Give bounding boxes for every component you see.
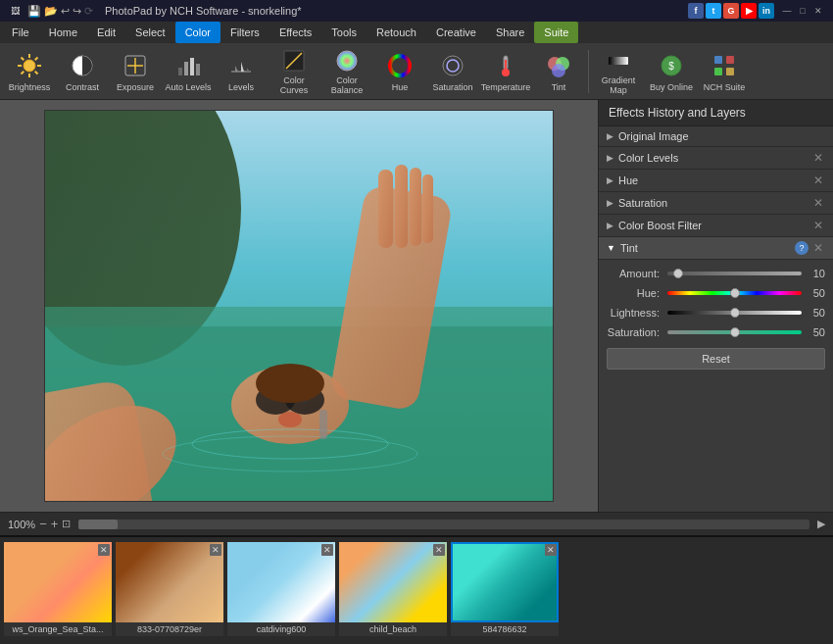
toolbar: BrightnessContrastExposureAuto LevelsLev… — [0, 43, 833, 100]
saturation-label: Saturation — [432, 83, 472, 93]
menubar-item-edit[interactable]: Edit — [87, 22, 125, 43]
filmstrip-item-0[interactable]: ✕ws_Orange_Sea_Sta... — [4, 542, 112, 640]
titlebar-right: f t G ▶ in — □ ✕ — [688, 3, 825, 19]
lightness-slider[interactable] — [667, 311, 802, 315]
effect-row-saturation[interactable]: ▶ Saturation ✕ — [599, 192, 833, 215]
zoom-level: 100% — [8, 519, 35, 530]
google-icon[interactable]: G — [723, 3, 739, 19]
menubar-item-home[interactable]: Home — [39, 22, 87, 43]
filmstrip-close-2[interactable]: ✕ — [321, 544, 333, 556]
minimize-button[interactable]: — — [780, 4, 794, 18]
effect-row-colorlevels[interactable]: ▶ Color Levels ✕ — [599, 147, 833, 170]
filmstrip-item-2[interactable]: ✕catdiving600 — [227, 542, 335, 640]
saturation-row: Saturation: 50 — [607, 326, 825, 338]
scroll-right-icon[interactable]: ▶ — [817, 518, 825, 530]
toolbar-btn-exposure[interactable]: Exposure — [110, 46, 161, 97]
svg-rect-14 — [184, 62, 188, 75]
menubar-item-select[interactable]: Select — [125, 22, 175, 43]
svg-marker-19 — [241, 62, 244, 72]
toolbar-btn-color-balance[interactable]: Color Balance — [321, 46, 372, 97]
lightness-thumb[interactable] — [730, 308, 740, 318]
effect-remove[interactable]: ✕ — [811, 219, 825, 232]
effect-row-original[interactable]: ▶ Original Image — [599, 126, 833, 147]
filmstrip-close-3[interactable]: ✕ — [433, 544, 445, 556]
titlebar-title: PhotoPad by NCH Software - snorkeling* — [105, 5, 302, 17]
scroll-thumb[interactable] — [78, 520, 118, 529]
right-panel: Effects History and Layers ▶ Original Im… — [598, 100, 833, 512]
effect-row-colorboost[interactable]: ▶ Color Boost Filter ✕ — [599, 215, 833, 237]
toolbar-btn-hue[interactable]: Hue — [374, 46, 425, 97]
lightness-label: Lightness: — [607, 307, 667, 319]
svg-point-31 — [552, 64, 565, 77]
saturation-slider[interactable] — [667, 330, 802, 334]
amount-thumb[interactable] — [673, 269, 683, 278]
toolbar-btn-temperature[interactable]: Temperature — [480, 46, 531, 97]
effect-row-tint[interactable]: ▼ Tint ? ✕ — [599, 237, 833, 260]
filmstrip-thumb-2 — [227, 542, 335, 622]
main-area: Effects History and Layers ▶ Original Im… — [0, 100, 833, 512]
toolbar-btn-contrast[interactable]: Contrast — [57, 46, 108, 97]
fit-button[interactable]: ⊡ — [62, 518, 71, 530]
amount-label: Amount: — [607, 268, 667, 279]
toolbar-btn-nch-suite[interactable]: NCH Suite — [699, 46, 750, 97]
facebook-icon[interactable]: f — [688, 3, 704, 19]
nch-suite-icon — [709, 50, 740, 81]
menubar-item-file[interactable]: File — [2, 22, 39, 43]
filmstrip-close-0[interactable]: ✕ — [98, 544, 110, 556]
menubar-item-tools[interactable]: Tools — [321, 22, 367, 43]
filmstrip-item-3[interactable]: ✕child_beach — [339, 542, 447, 640]
temperature-icon — [490, 50, 521, 81]
color-curves-label: Color Curves — [270, 76, 318, 96]
zoom-plus-button[interactable]: + — [51, 517, 59, 531]
twitter-icon[interactable]: t — [706, 3, 721, 19]
toolbar-btn-color-curves[interactable]: Color Curves — [269, 46, 319, 97]
filmstrip-close-1[interactable]: ✕ — [210, 544, 221, 556]
color-balance-icon — [331, 47, 363, 74]
effect-remove[interactable]: ✕ — [811, 196, 825, 210]
hue-slider[interactable] — [667, 291, 802, 295]
saturation-thumb[interactable] — [730, 327, 740, 337]
svg-rect-13 — [178, 68, 182, 75]
linkedin-icon[interactable]: in — [759, 3, 774, 19]
tint-help-icon[interactable]: ? — [795, 241, 808, 255]
temperature-label: Temperature — [481, 83, 531, 93]
toolbar-btn-tint[interactable]: Tint — [533, 46, 584, 97]
reset-button[interactable]: Reset — [607, 348, 825, 370]
menubar-item-share[interactable]: Share — [486, 22, 534, 43]
menubar-item-retouch[interactable]: Retouch — [367, 22, 426, 43]
svg-rect-16 — [196, 64, 200, 75]
quicksave-icon[interactable]: 💾 📂 ↩ ↪ ⟳ — [27, 5, 93, 18]
lightness-value: 50 — [802, 307, 825, 319]
toolbar-btn-saturation[interactable]: Saturation — [427, 46, 478, 97]
toolbar-btn-gradient-map[interactable]: Gradient Map — [593, 46, 644, 97]
toolbar-btn-brightness[interactable]: Brightness — [4, 46, 55, 97]
filmstrip-item-1[interactable]: ✕833-07708729er — [116, 542, 223, 640]
toolbar-btn-buy-online[interactable]: $Buy Online — [646, 46, 697, 97]
menubar-item-suite[interactable]: Suite — [534, 22, 578, 43]
effect-name: Tint — [620, 242, 795, 254]
statusbar: 100% − + ⊡ ▶ — [0, 512, 833, 536]
tint-icons: ? ✕ — [795, 241, 825, 255]
filmstrip-item-4[interactable]: ✕584786632 — [451, 542, 559, 640]
menubar-item-color[interactable]: Color — [175, 22, 220, 43]
canvas-area[interactable] — [0, 100, 598, 512]
close-button[interactable]: ✕ — [811, 4, 825, 18]
filmstrip-close-4[interactable]: ✕ — [545, 544, 557, 556]
zoom-minus-button[interactable]: − — [39, 517, 47, 531]
maximize-button[interactable]: □ — [796, 4, 809, 18]
toolbar-btn-levels[interactable]: Levels — [216, 46, 267, 97]
effect-remove[interactable]: ✕ — [811, 173, 825, 187]
menubar-item-filters[interactable]: Filters — [220, 22, 270, 43]
youtube-icon[interactable]: ▶ — [741, 3, 757, 19]
amount-slider[interactable] — [667, 272, 802, 275]
effect-row-hue[interactable]: ▶ Hue ✕ — [599, 170, 833, 192]
color-balance-label: Color Balance — [323, 76, 370, 96]
toolbar-btn-auto-levels[interactable]: Auto Levels — [163, 46, 214, 97]
effect-remove[interactable]: ✕ — [811, 241, 825, 255]
effect-remove[interactable]: ✕ — [811, 151, 825, 165]
horizontal-scrollbar[interactable] — [78, 520, 809, 529]
filmstrip-label-3: child_beach — [339, 622, 447, 636]
hue-thumb[interactable] — [730, 288, 740, 298]
menubar-item-creative[interactable]: Creative — [426, 22, 486, 43]
menubar-item-effects[interactable]: Effects — [270, 22, 321, 43]
